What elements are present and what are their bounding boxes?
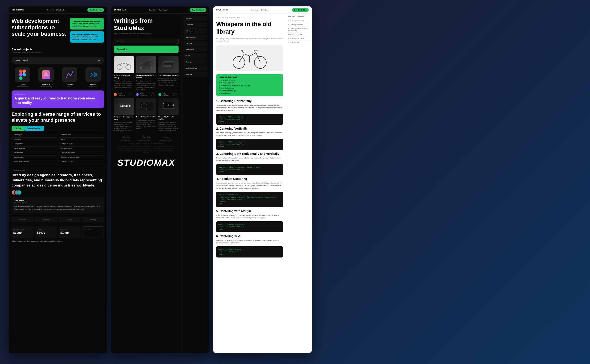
svg-rect-15: [163, 62, 174, 68]
toc-item-3[interactable]: 4. Absolute Centering: [219, 87, 280, 89]
category-literature[interactable]: Literature +: [184, 22, 208, 27]
footer-docs[interactable]: Documentation: [121, 140, 131, 141]
s3-sidebar-link-2[interactable]: 3. Centering Both Horizontally and Verti…: [288, 27, 310, 32]
screens-container: STUDIOMAX Overview StyleGuide Buy Studio…: [0, 0, 590, 364]
author-row-3: Henry Thompson Nov 19: [114, 93, 134, 96]
customers-section: — Customers love it Hired by design agen…: [9, 166, 107, 190]
how-label: — How it works: [14, 93, 101, 95]
nav-styleguide-link[interactable]: StyleGuide: [56, 9, 65, 11]
screen2-sidebar: Mystery + Literature + Adventure + Super…: [182, 14, 209, 351]
svg-rect-0: [19, 70, 22, 73]
footer-styleguide[interactable]: Style Guide: [142, 136, 151, 138]
svg-rect-1: [22, 70, 26, 73]
category-history[interactable]: History +: [184, 59, 208, 65]
s3-sidebar-link-0[interactable]: 1. Centering Horizontally: [288, 19, 310, 23]
screen2: STUDIOMAX Overview StyleGuide Buy Studio…: [111, 6, 209, 353]
pricing-desc: Custom design and development bundles wi…: [9, 240, 107, 242]
figma-name: Figma: [20, 83, 25, 85]
s3-sidebar-link-4[interactable]: 5. Centering with Margin: [288, 36, 310, 40]
service-design-to-code: Design to code: [59, 142, 104, 145]
footer-overview[interactable]: Overview: [123, 136, 130, 138]
s2-nav-styleguide[interactable]: StyleGuide: [159, 9, 167, 11]
category-survival[interactable]: Survival +: [184, 72, 208, 77]
service-landing-d: Landing pages: [12, 146, 57, 150]
post-title: Whispers in the old library: [216, 20, 283, 35]
code-text-3: <div class="relative"> <div class="absol…: [218, 194, 281, 205]
hero-card-green: Studiomax streamlines the design process…: [70, 18, 104, 30]
nav-overview-link[interactable]: Overview: [46, 9, 53, 11]
service-website-templates: Website templates: [59, 151, 104, 154]
author-name-3: Henry Thompson: [118, 93, 129, 96]
s3-sidebar-link-1[interactable]: 2. Centering Vertically: [288, 23, 310, 27]
article-0[interactable]: Whispers in the old library An aspiring …: [114, 56, 134, 91]
services-columns: Redesigns Refactors Components Landing p…: [12, 133, 104, 163]
article-2-desc: Inheriting an old clock shop, a young cl…: [159, 78, 179, 86]
screen1-cta-btn[interactable]: Buy StudioMax: [87, 8, 104, 12]
project-jetbrains[interactable]: JetBrains Website branding: [35, 67, 57, 87]
svg-point-13: [140, 66, 142, 69]
screen3-cta-btn[interactable]: Buy StudioMax: [292, 8, 309, 12]
svg-rect-16: [164, 63, 173, 65]
article-5[interactable]: Henry Thompson Friday 13 3 54: [159, 93, 179, 132]
footer-twitter2[interactable]: @Mike_Andreuzza: [159, 140, 172, 141]
project-procreate[interactable]: Procreate UI/UX: [59, 67, 80, 87]
toc-item-5[interactable]: 6. Centering Text: [219, 92, 280, 94]
screen2-cta-btn[interactable]: Buy StudioMax: [190, 8, 206, 12]
screen2-nav-links: Overview StyleGuide: [149, 9, 167, 11]
article-2[interactable]: The clockmaker's legacy Inheriting an ol…: [159, 56, 179, 91]
article-4[interactable]: Henry Thompson Sunday 10 W T M I L E C O…: [136, 93, 156, 132]
project-figma[interactable]: Figma Website branding: [12, 67, 33, 87]
section-title-5: 6. Centering Text: [216, 234, 283, 238]
code-block-1: <div class="flex items-center"> <!-- You…: [216, 139, 283, 150]
price-custom: CUSTOM: [84, 229, 102, 230]
writings-subtitle: Tips and tricks about this and that all …: [114, 33, 179, 35]
section-text-5: Centering text within a element is also …: [216, 239, 283, 244]
svg-text:HUSTLE: HUSTLE: [120, 105, 131, 108]
customers-label: — Customers love it: [12, 169, 104, 171]
testimonial-role: Founder of Solawave: [14, 202, 101, 204]
s3-sidebar-link-3[interactable]: 4. Absolute Centering: [288, 32, 310, 36]
category-music[interactable]: Music +: [184, 53, 208, 58]
section-text-0: To horizontally center a element using T…: [216, 104, 283, 112]
section-text-4: If you prefer using margins for centerin…: [216, 214, 283, 219]
toc-title: TABLE OF CONTENTS: [219, 76, 280, 78]
toc-item-2[interactable]: 3. Centering Both Horizontally and Verti…: [219, 84, 280, 86]
category-mystery[interactable]: Mystery +: [184, 16, 208, 21]
toc-section: TABLE OF CONTENTS 1. Centering Horizonta…: [216, 74, 283, 96]
footer-links: Overview Style Guide License: [117, 136, 176, 138]
category-adventure[interactable]: Adventure +: [184, 28, 208, 33]
category-scifi[interactable]: Science Fiction +: [184, 65, 208, 71]
category-steampunk[interactable]: SteamPunk +: [184, 47, 208, 52]
article-1-title: Shadows over Crescent Harbor: [136, 74, 156, 79]
post-date-4: Sunday 10: [151, 93, 156, 96]
screen3: STUDIOMAX Overview StyleGuide Buy Studio…: [213, 6, 312, 353]
svg-point-3: [22, 73, 26, 76]
toc-item-0[interactable]: 1. Centering Horizontally: [219, 79, 280, 81]
article-1[interactable]: Shadows over Crescent Harbor A quiet sea…: [136, 56, 156, 91]
vscode-logo: [86, 67, 101, 82]
category-supernatural[interactable]: Supernatural +: [184, 34, 208, 40]
project-vscode[interactable]: VSCode Plugin Tools: [82, 67, 104, 87]
footer-license[interactable]: License: [164, 136, 170, 138]
testimonial-text: StudioMax has a great eye for design and…: [14, 205, 101, 210]
article-4-img: W T M I L E C O F: [136, 98, 156, 115]
category-fantasy[interactable]: Fantasy +: [184, 41, 208, 46]
subscribe-btn[interactable]: Subscribe →: [114, 46, 179, 53]
footer-twitter1[interactable]: @lkehighortthemes: [139, 140, 151, 141]
price-period-1: monthly: [37, 234, 55, 236]
section-title-2: 3. Centering Both Horizontally and Verti…: [216, 152, 283, 156]
brand-dropbox: Dropbox: [59, 217, 80, 222]
tab-design[interactable]: Design: [12, 126, 25, 131]
see-more-bar[interactable]: See more work →: [12, 57, 104, 64]
s3-nav-styleguide[interactable]: StyleGuide: [261, 9, 269, 11]
toc-item-1[interactable]: 2. Centering Vertically: [219, 82, 280, 84]
email-input[interactable]: Your email: [114, 38, 179, 44]
s3-sidebar-link-5[interactable]: 6. Centering Text: [288, 40, 310, 44]
s3-nav-overview[interactable]: Overview: [251, 9, 258, 11]
article-3[interactable]: Henry Thompson Nov 19 HUSTLE Echoes of t…: [114, 93, 134, 132]
s2-nav-overview[interactable]: Overview: [149, 9, 156, 11]
toc-item-4[interactable]: 5. Centering with Margin: [219, 90, 280, 91]
price-card-2: ONE OFF $1499: [59, 227, 80, 238]
tab-dev[interactable]: Development: [25, 126, 44, 131]
article-5-desc: In a world where darkness has fallen, a …: [159, 122, 179, 132]
